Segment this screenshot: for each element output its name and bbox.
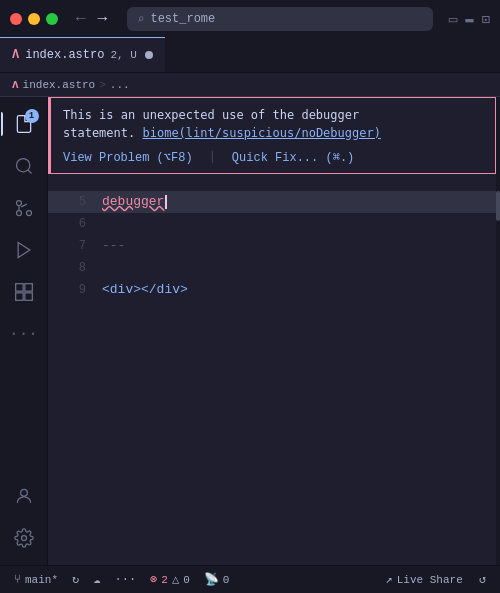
view-problem-button[interactable]: View Problem (⌥F8) bbox=[63, 150, 193, 165]
search-bar[interactable]: ⌕ test_rome bbox=[127, 7, 433, 31]
line-number-9: 9 bbox=[56, 279, 86, 301]
quick-fix-button[interactable]: Quick Fix... (⌘.) bbox=[232, 150, 354, 165]
tab-filename: index.astro bbox=[25, 48, 104, 62]
refresh-icon: ↺ bbox=[479, 572, 486, 587]
svg-marker-5 bbox=[18, 243, 30, 258]
maximize-button[interactable] bbox=[46, 13, 58, 25]
search-icon: ⌕ bbox=[137, 12, 144, 27]
debugger-keyword: debugger bbox=[102, 194, 164, 209]
code-editor[interactable]: 5 debugger 6 7 --- 8 9 <div></div> bbox=[48, 187, 496, 305]
code-line-7: 7 --- bbox=[48, 235, 496, 257]
liveshare-status[interactable]: ↗ Live Share bbox=[378, 566, 471, 594]
breadcrumb-astro-icon: Λ bbox=[12, 79, 19, 91]
action-separator: | bbox=[209, 150, 216, 165]
code-content-5: debugger bbox=[102, 191, 488, 213]
branch-icon: ⑂ bbox=[14, 573, 21, 587]
code-line-9: 9 <div></div> bbox=[48, 279, 496, 301]
scrollbar[interactable] bbox=[496, 97, 500, 565]
breadcrumb-rest[interactable]: ... bbox=[110, 79, 130, 91]
accounts-icon[interactable] bbox=[5, 477, 43, 515]
svg-point-11 bbox=[21, 536, 26, 541]
diagnostic-actions: View Problem (⌥F8) | Quick Fix... (⌘.) bbox=[51, 146, 495, 173]
svg-point-4 bbox=[16, 211, 21, 216]
line-number-7: 7 bbox=[56, 235, 86, 257]
code-content-7: --- bbox=[102, 235, 488, 257]
breadcrumb-filename[interactable]: index.astro bbox=[23, 79, 96, 91]
files-icon[interactable]: 1 bbox=[5, 105, 43, 143]
branch-status[interactable]: ⑂ main* bbox=[8, 566, 64, 594]
sidebar-item-search[interactable] bbox=[5, 147, 43, 185]
line-number-5: 5 bbox=[56, 191, 86, 213]
svg-rect-6 bbox=[15, 284, 23, 292]
branch-name: main* bbox=[25, 574, 58, 586]
sidebar-item-extensions[interactable] bbox=[5, 273, 43, 311]
refresh-status[interactable]: ↺ bbox=[473, 566, 492, 594]
code-content-9: <div></div> bbox=[102, 279, 488, 301]
code-line-6: 6 bbox=[48, 213, 496, 235]
error-status[interactable]: ⊗ 2 △ 0 bbox=[144, 566, 196, 594]
svg-point-0 bbox=[16, 159, 29, 172]
cursor bbox=[165, 195, 167, 209]
statusbar: ⑂ main* ↻ ☁ ··· ⊗ 2 △ 0 📡 0 ↗ Live Share… bbox=[0, 565, 500, 593]
remote-status[interactable]: ☁ bbox=[87, 566, 106, 594]
sidebar-item-source-control[interactable] bbox=[5, 189, 43, 227]
navigation-buttons: ← → bbox=[72, 8, 111, 30]
line-number-6: 6 bbox=[56, 213, 86, 235]
diagnostic-message: This is an unexpected use of the debugge… bbox=[51, 98, 495, 146]
search-text: test_rome bbox=[150, 12, 215, 26]
error-count: 2 bbox=[161, 574, 168, 586]
div-tag-open: <div> bbox=[102, 282, 141, 297]
svg-point-2 bbox=[26, 211, 31, 216]
signal-count: 0 bbox=[223, 574, 230, 586]
code-line-8: 8 bbox=[48, 257, 496, 279]
layout-icon-3[interactable]: ⊡ bbox=[482, 11, 490, 28]
remote-icon: ☁ bbox=[93, 572, 100, 587]
files-badge: 1 bbox=[25, 109, 39, 123]
tab-index-astro[interactable]: Λ index.astro 2, U bbox=[0, 37, 165, 72]
svg-point-3 bbox=[16, 201, 21, 206]
layout-icon-1[interactable]: ▭ bbox=[449, 11, 457, 28]
error-icon: ⊗ bbox=[150, 572, 157, 587]
warning-count: 0 bbox=[183, 574, 190, 586]
sidebar-item-extra[interactable]: ··· bbox=[5, 315, 43, 353]
diagnostic-popup: This is an unexpected use of the debugge… bbox=[48, 97, 496, 174]
sync-status[interactable]: ↻ bbox=[66, 566, 85, 594]
breadcrumb: Λ index.astro > ... bbox=[0, 73, 500, 97]
minimize-button[interactable] bbox=[28, 13, 40, 25]
layout-icon-2[interactable]: ▬ bbox=[465, 11, 473, 27]
code-line-5: 5 debugger bbox=[48, 191, 496, 213]
dots-icon: ··· bbox=[114, 573, 136, 587]
scroll-thumb[interactable] bbox=[496, 191, 500, 221]
activity-bar: 1 ··· bbox=[0, 97, 48, 565]
sidebar-item-debug[interactable] bbox=[5, 231, 43, 269]
div-tag-close: </div> bbox=[141, 282, 188, 297]
svg-rect-9 bbox=[24, 293, 32, 301]
main-layout: 1 ··· bbox=[0, 97, 500, 565]
warning-icon: △ bbox=[172, 572, 179, 587]
sync-icon: ↻ bbox=[72, 572, 79, 587]
signal-status[interactable]: 📡 0 bbox=[198, 566, 236, 594]
signal-icon: 📡 bbox=[204, 572, 219, 587]
tab-badge: 2, U bbox=[110, 49, 136, 61]
titlebar-actions: ▭ ▬ ⊡ bbox=[449, 11, 490, 28]
unsaved-indicator bbox=[145, 51, 153, 59]
extra-status[interactable]: ··· bbox=[108, 566, 142, 594]
titlebar: ← → ⌕ test_rome ▭ ▬ ⊡ bbox=[0, 0, 500, 38]
back-button[interactable]: ← bbox=[72, 8, 90, 30]
forward-button[interactable]: → bbox=[94, 8, 112, 30]
line-number-8: 8 bbox=[56, 257, 86, 279]
svg-line-1 bbox=[27, 170, 31, 174]
tabbar: Λ index.astro 2, U bbox=[0, 38, 500, 73]
liveshare-icon: ↗ bbox=[386, 572, 393, 587]
breadcrumb-separator: > bbox=[99, 79, 106, 91]
settings-icon[interactable] bbox=[5, 519, 43, 557]
astro-icon: Λ bbox=[12, 48, 19, 62]
close-button[interactable] bbox=[10, 13, 22, 25]
traffic-lights bbox=[10, 13, 58, 25]
liveshare-label: Live Share bbox=[397, 574, 463, 586]
editor-area: This is an unexpected use of the debugge… bbox=[48, 97, 500, 565]
diagnostic-link[interactable]: biome(lint/suspicious/noDebugger) bbox=[142, 126, 380, 140]
svg-rect-8 bbox=[15, 293, 23, 301]
svg-point-10 bbox=[20, 489, 27, 496]
svg-rect-7 bbox=[24, 284, 32, 292]
